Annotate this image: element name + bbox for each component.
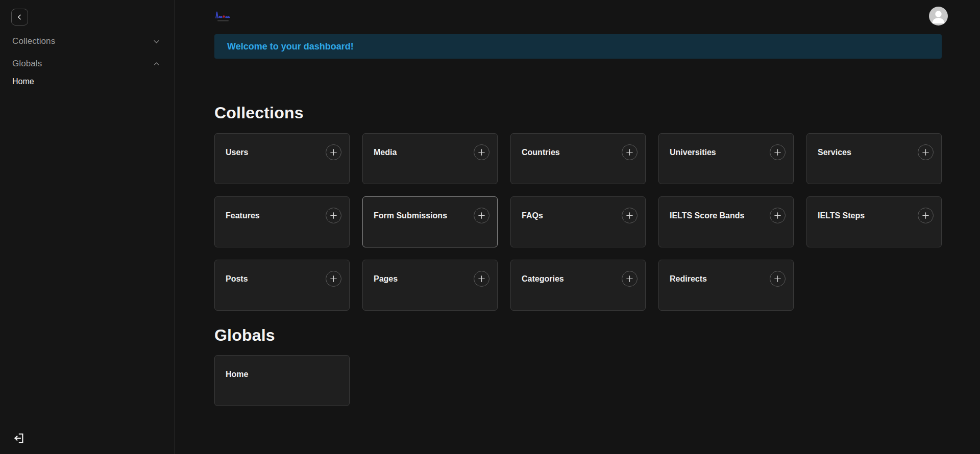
add-new-button[interactable]: [918, 144, 934, 160]
add-new-button[interactable]: [326, 271, 341, 287]
globals-section-title: Globals: [214, 326, 942, 345]
plus-icon: [477, 211, 486, 220]
topbar: [214, 0, 942, 34]
plus-icon: [773, 148, 782, 157]
logout-button[interactable]: [12, 432, 26, 445]
plus-icon: [329, 148, 338, 157]
add-new-button[interactable]: [770, 208, 786, 223]
collection-card[interactable]: IELTS Steps: [806, 196, 942, 247]
sidebar-item-home[interactable]: Home: [0, 75, 175, 88]
account-avatar[interactable]: [929, 7, 948, 26]
add-new-button[interactable]: [326, 208, 341, 223]
plus-icon: [921, 148, 930, 157]
add-new-button[interactable]: [918, 208, 934, 223]
card-label: Redirects: [670, 274, 707, 284]
sidebar: Collections Globals Home: [0, 0, 175, 454]
card-label: Countries: [522, 148, 560, 157]
collection-card[interactable]: Posts: [214, 260, 350, 311]
card-label: Services: [818, 148, 851, 157]
sidebar-group-label: Collections: [12, 36, 55, 46]
collections-section-title: Collections: [214, 104, 942, 122]
sidebar-group-globals[interactable]: Globals: [0, 57, 175, 70]
add-new-button[interactable]: [474, 271, 489, 287]
collections-card-grid: Users Media Countries Universities Servi: [214, 133, 942, 311]
plus-icon: [477, 148, 486, 157]
add-new-button[interactable]: [770, 271, 786, 287]
add-new-button[interactable]: [474, 144, 489, 160]
collection-card[interactable]: Redirects: [658, 260, 794, 311]
plus-icon: [773, 211, 782, 220]
plus-icon: [329, 211, 338, 220]
card-label: IELTS Score Bands: [670, 211, 744, 220]
plus-icon: [625, 274, 634, 283]
user-silhouette-icon: [929, 7, 948, 26]
chevron-down-icon: [153, 38, 160, 45]
card-label: Categories: [522, 274, 564, 284]
collection-card[interactable]: Pages: [362, 260, 498, 311]
add-new-button[interactable]: [474, 208, 489, 223]
dashboard-main: Welcome to your dashboard! Collections U…: [176, 0, 980, 454]
collection-card[interactable]: Services: [806, 133, 942, 184]
add-new-button[interactable]: [622, 208, 638, 223]
collection-card[interactable]: Home: [214, 355, 350, 406]
card-label: Media: [374, 148, 397, 157]
add-new-button[interactable]: [326, 144, 341, 160]
card-label: Universities: [670, 148, 716, 157]
plus-icon: [921, 211, 930, 220]
card-label: Users: [226, 148, 248, 157]
welcome-banner-text: Welcome to your dashboard!: [227, 41, 354, 52]
plus-icon: [625, 211, 634, 220]
collection-card[interactable]: Universities: [658, 133, 794, 184]
sidebar-group-collections[interactable]: Collections: [0, 35, 175, 48]
plus-icon: [625, 148, 634, 157]
plus-icon: [329, 274, 338, 283]
site-logo-icon[interactable]: [214, 10, 234, 23]
collection-card[interactable]: Categories: [510, 260, 646, 311]
sidebar-item-label: Home: [12, 77, 34, 86]
card-label: Features: [226, 211, 260, 220]
globals-card-grid: Home: [214, 355, 942, 406]
card-label: IELTS Steps: [818, 211, 865, 220]
card-label: Form Submissions: [374, 211, 447, 220]
collection-card[interactable]: Features: [214, 196, 350, 247]
card-label: Home: [226, 370, 248, 379]
plus-icon: [477, 274, 486, 283]
log-out-icon: [13, 433, 24, 444]
collection-card[interactable]: Countries: [510, 133, 646, 184]
card-label: Posts: [226, 274, 248, 284]
chevron-up-icon: [153, 60, 160, 68]
add-new-button[interactable]: [770, 144, 786, 160]
card-label: Pages: [374, 274, 398, 284]
card-label: FAQs: [522, 211, 543, 220]
add-new-button[interactable]: [622, 144, 638, 160]
collection-card[interactable]: Users: [214, 133, 350, 184]
collection-card[interactable]: IELTS Score Bands: [658, 196, 794, 247]
chevron-left-icon: [16, 14, 23, 20]
collection-card[interactable]: Form Submissions: [362, 196, 498, 247]
welcome-banner: Welcome to your dashboard!: [214, 34, 942, 59]
collection-card[interactable]: FAQs: [510, 196, 646, 247]
collapse-sidebar-button[interactable]: [11, 9, 28, 26]
add-new-button[interactable]: [622, 271, 638, 287]
collection-card[interactable]: Media: [362, 133, 498, 184]
sidebar-group-label: Globals: [12, 59, 42, 69]
plus-icon: [773, 274, 782, 283]
